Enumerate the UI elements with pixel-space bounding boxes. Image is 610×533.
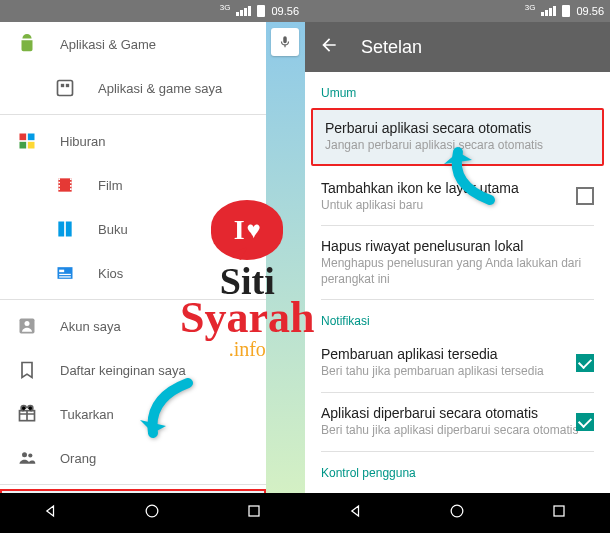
svg-rect-19 bbox=[554, 506, 564, 516]
svg-rect-1 bbox=[61, 84, 64, 87]
drawer-item-myapps[interactable]: Aplikasi & game saya bbox=[0, 66, 266, 110]
drawer-item-settings[interactable]: Setelan bbox=[0, 489, 266, 493]
drawer-item-people[interactable]: Orang bbox=[0, 436, 266, 480]
svg-point-16 bbox=[147, 505, 159, 517]
drawer-label: Hiburan bbox=[60, 134, 106, 149]
network-label: 3G bbox=[525, 3, 536, 12]
drawer-label: Orang bbox=[60, 451, 96, 466]
divider bbox=[0, 484, 266, 485]
newsstand-icon bbox=[54, 262, 76, 284]
drawer-label: Akun saya bbox=[60, 319, 121, 334]
clock: 09.56 bbox=[271, 5, 299, 17]
drawer-item-account[interactable]: Akun saya bbox=[0, 304, 266, 348]
svg-rect-0 bbox=[58, 81, 73, 96]
drawer-item-redeem[interactable]: Tukarkan bbox=[0, 392, 266, 436]
recent-button[interactable] bbox=[549, 501, 569, 525]
page-title: Setelan bbox=[361, 37, 422, 58]
svg-rect-9 bbox=[59, 274, 71, 275]
drawer-item-ent[interactable]: Hiburan bbox=[0, 119, 266, 163]
voice-search-button[interactable] bbox=[271, 28, 299, 56]
drawer-item-kios[interactable]: Kios bbox=[0, 251, 266, 295]
battery-icon bbox=[562, 5, 570, 17]
svg-rect-5 bbox=[20, 142, 27, 149]
row-subtitle: Menghapus penelusuran yang Anda lakukan … bbox=[321, 256, 594, 287]
checkbox-checked[interactable] bbox=[576, 413, 594, 431]
drawer-item-film[interactable]: Film bbox=[0, 163, 266, 207]
drawer-label: Kios bbox=[98, 266, 123, 281]
app-bar: Setelan bbox=[305, 22, 610, 72]
drawer-label: Buku bbox=[98, 222, 128, 237]
drawer-label: Tukarkan bbox=[60, 407, 114, 422]
row-title: Perbarui aplikasi secara otomatis bbox=[325, 120, 590, 136]
drawer-label: Daftar keinginan saya bbox=[60, 363, 186, 378]
checkbox-checked[interactable] bbox=[576, 354, 594, 372]
apps-icon bbox=[54, 77, 76, 99]
film-icon bbox=[54, 174, 76, 196]
status-bar: 3G 09.56 bbox=[0, 0, 305, 22]
section-user: Kontrol pengguna bbox=[305, 452, 610, 486]
back-button[interactable] bbox=[346, 501, 366, 525]
row-parental[interactable]: Kontrol orang tua bbox=[305, 486, 610, 493]
bookmark-icon bbox=[16, 359, 38, 381]
row-title: Pembaruan aplikasi tersedia bbox=[321, 346, 594, 362]
status-bar: 3G 09.56 bbox=[305, 0, 610, 22]
clock: 09.56 bbox=[576, 5, 604, 17]
back-button[interactable] bbox=[41, 501, 61, 525]
system-navbar bbox=[0, 493, 305, 533]
drawer-backdrop bbox=[266, 22, 305, 493]
divider bbox=[0, 114, 266, 115]
redeem-icon bbox=[16, 403, 38, 425]
svg-rect-17 bbox=[249, 506, 259, 516]
mic-icon bbox=[278, 35, 292, 49]
android-icon bbox=[16, 33, 38, 55]
svg-rect-2 bbox=[66, 84, 69, 87]
svg-rect-8 bbox=[59, 270, 64, 273]
divider bbox=[0, 299, 266, 300]
svg-rect-4 bbox=[28, 134, 35, 141]
svg-point-18 bbox=[452, 505, 464, 517]
home-button[interactable] bbox=[142, 501, 162, 525]
book-icon bbox=[54, 218, 76, 240]
system-navbar bbox=[305, 493, 610, 533]
drawer-label: Aplikasi & game saya bbox=[98, 81, 222, 96]
svg-point-12 bbox=[25, 321, 30, 326]
svg-rect-3 bbox=[20, 134, 27, 141]
row-subtitle: Beri tahu jika pembaruan aplikasi tersed… bbox=[321, 364, 594, 380]
row-title: Aplikasi diperbarui secara otomatis bbox=[321, 405, 594, 421]
signal-icon bbox=[541, 6, 556, 16]
right-phone: 3G 09.56 Setelan Umum Perbarui aplikasi … bbox=[305, 0, 610, 533]
row-subtitle: Beri tahu jika aplikasi diperbarui secar… bbox=[321, 423, 594, 439]
row-title: Hapus riwayat penelusuran lokal bbox=[321, 238, 594, 254]
people-icon bbox=[16, 447, 38, 469]
svg-rect-6 bbox=[28, 142, 35, 149]
home-button[interactable] bbox=[447, 501, 467, 525]
row-clear-history[interactable]: Hapus riwayat penelusuran lokal Menghapu… bbox=[305, 226, 610, 299]
drawer-item-wishlist[interactable]: Daftar keinginan saya bbox=[0, 348, 266, 392]
drawer-item-book[interactable]: Buku bbox=[0, 207, 266, 251]
drawer-item-apps[interactable]: Aplikasi & Game bbox=[0, 22, 266, 66]
battery-icon bbox=[257, 5, 265, 17]
row-auto-updated[interactable]: Aplikasi diperbarui secara otomatis Beri… bbox=[305, 393, 610, 451]
signal-icon bbox=[236, 6, 251, 16]
annotation-arrow-left bbox=[138, 378, 198, 452]
section-notif: Notifikasi bbox=[305, 300, 610, 334]
drawer-label: Film bbox=[98, 178, 123, 193]
checkbox-unchecked[interactable] bbox=[576, 187, 594, 205]
account-icon bbox=[16, 315, 38, 337]
svg-rect-10 bbox=[59, 276, 71, 277]
section-general: Umum bbox=[305, 72, 610, 106]
svg-point-14 bbox=[22, 452, 27, 457]
row-update-available[interactable]: Pembaruan aplikasi tersedia Beri tahu ji… bbox=[305, 334, 610, 392]
back-arrow-button[interactable] bbox=[319, 35, 339, 59]
network-label: 3G bbox=[220, 3, 231, 12]
annotation-arrow-right bbox=[440, 140, 500, 214]
left-phone: 3G 09.56 Aplikasi & Game Aplikasi & game… bbox=[0, 0, 305, 533]
entertainment-icon bbox=[16, 130, 38, 152]
drawer-label: Aplikasi & Game bbox=[60, 37, 156, 52]
settings-list: Umum Perbarui aplikasi secara otomatis J… bbox=[305, 72, 610, 493]
svg-point-15 bbox=[28, 453, 32, 457]
recent-button[interactable] bbox=[244, 501, 264, 525]
